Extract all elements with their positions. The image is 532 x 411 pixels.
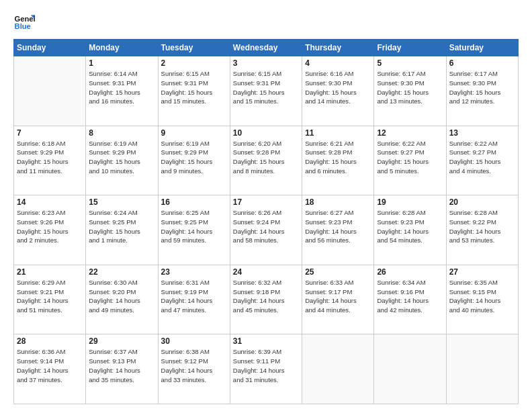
- day-number: 19: [377, 197, 443, 207]
- day-info: Sunrise: 6:17 AMSunset: 9:30 PMDaylight:…: [377, 69, 443, 106]
- day-number: 31: [233, 336, 299, 346]
- day-info: Sunrise: 6:19 AMSunset: 9:29 PMDaylight:…: [161, 139, 227, 176]
- calendar-cell: 19Sunrise: 6:28 AMSunset: 9:23 PMDayligh…: [374, 195, 446, 265]
- day-info: Sunrise: 6:37 AMSunset: 9:13 PMDaylight:…: [89, 347, 154, 384]
- weekday-header-thursday: Thursday: [302, 40, 374, 56]
- day-number: 5: [377, 58, 443, 68]
- day-number: 25: [305, 267, 371, 277]
- calendar-cell: 3Sunrise: 6:15 AMSunset: 9:31 PMDaylight…: [230, 56, 302, 126]
- day-number: 18: [305, 197, 371, 207]
- weekday-header-sunday: Sunday: [14, 40, 86, 56]
- calendar-cell: 23Sunrise: 6:31 AMSunset: 9:19 PMDayligh…: [158, 265, 230, 334]
- day-number: 15: [89, 197, 154, 207]
- calendar-cell: 11Sunrise: 6:21 AMSunset: 9:28 PMDayligh…: [302, 126, 374, 195]
- calendar-cell: 17Sunrise: 6:26 AMSunset: 9:24 PMDayligh…: [230, 195, 302, 265]
- calendar-cell: 5Sunrise: 6:17 AMSunset: 9:30 PMDaylight…: [374, 56, 446, 126]
- page: General Blue SundayMondayTuesdayWednesda…: [0, 0, 532, 411]
- day-number: 8: [89, 128, 154, 138]
- day-info: Sunrise: 6:30 AMSunset: 9:20 PMDaylight:…: [89, 278, 154, 315]
- calendar-cell: 14Sunrise: 6:23 AMSunset: 9:26 PMDayligh…: [14, 195, 86, 265]
- day-info: Sunrise: 6:22 AMSunset: 9:27 PMDaylight:…: [449, 139, 515, 176]
- calendar-cell: 12Sunrise: 6:22 AMSunset: 9:27 PMDayligh…: [374, 126, 446, 195]
- day-info: Sunrise: 6:24 AMSunset: 9:25 PMDaylight:…: [89, 208, 154, 245]
- calendar-cell: 25Sunrise: 6:33 AMSunset: 9:17 PMDayligh…: [302, 265, 374, 334]
- calendar-week-3: 21Sunrise: 6:29 AMSunset: 9:21 PMDayligh…: [14, 265, 519, 334]
- day-number: 24: [233, 267, 299, 277]
- calendar-cell: 30Sunrise: 6:38 AMSunset: 9:12 PMDayligh…: [158, 334, 230, 404]
- calendar-cell: 2Sunrise: 6:15 AMSunset: 9:31 PMDaylight…: [158, 56, 230, 126]
- calendar-cell: 4Sunrise: 6:16 AMSunset: 9:30 PMDaylight…: [302, 56, 374, 126]
- day-number: 12: [377, 128, 443, 138]
- day-number: 3: [233, 58, 299, 68]
- day-info: Sunrise: 6:23 AMSunset: 9:26 PMDaylight:…: [17, 208, 83, 245]
- weekday-header-saturday: Saturday: [446, 40, 518, 56]
- day-number: 7: [17, 128, 83, 138]
- day-info: Sunrise: 6:15 AMSunset: 9:31 PMDaylight:…: [161, 69, 227, 106]
- calendar-cell: [446, 334, 518, 404]
- calendar-week-2: 14Sunrise: 6:23 AMSunset: 9:26 PMDayligh…: [14, 195, 519, 265]
- weekday-header-friday: Friday: [374, 40, 446, 56]
- day-info: Sunrise: 6:15 AMSunset: 9:31 PMDaylight:…: [233, 69, 299, 106]
- calendar-cell: 20Sunrise: 6:28 AMSunset: 9:22 PMDayligh…: [446, 195, 518, 265]
- day-number: 30: [161, 336, 227, 346]
- calendar-cell: 29Sunrise: 6:37 AMSunset: 9:13 PMDayligh…: [86, 334, 158, 404]
- day-info: Sunrise: 6:20 AMSunset: 9:28 PMDaylight:…: [233, 139, 299, 176]
- day-info: Sunrise: 6:33 AMSunset: 9:17 PMDaylight:…: [305, 278, 371, 315]
- day-info: Sunrise: 6:22 AMSunset: 9:27 PMDaylight:…: [377, 139, 443, 176]
- day-info: Sunrise: 6:27 AMSunset: 9:23 PMDaylight:…: [305, 208, 371, 245]
- weekday-header-monday: Monday: [86, 40, 158, 56]
- day-info: Sunrise: 6:28 AMSunset: 9:23 PMDaylight:…: [377, 208, 443, 245]
- day-info: Sunrise: 6:18 AMSunset: 9:29 PMDaylight:…: [17, 139, 83, 176]
- calendar-cell: 22Sunrise: 6:30 AMSunset: 9:20 PMDayligh…: [86, 265, 158, 334]
- calendar-cell: 21Sunrise: 6:29 AMSunset: 9:21 PMDayligh…: [14, 265, 86, 334]
- day-info: Sunrise: 6:14 AMSunset: 9:31 PMDaylight:…: [89, 69, 154, 106]
- day-number: 4: [305, 58, 371, 68]
- calendar-cell: 8Sunrise: 6:19 AMSunset: 9:29 PMDaylight…: [86, 126, 158, 195]
- day-number: 1: [89, 58, 154, 68]
- calendar-cell: 1Sunrise: 6:14 AMSunset: 9:31 PMDaylight…: [86, 56, 158, 126]
- day-number: 17: [233, 197, 299, 207]
- logo: General Blue: [13, 11, 38, 32]
- weekday-header-tuesday: Tuesday: [158, 40, 230, 56]
- calendar-cell: 10Sunrise: 6:20 AMSunset: 9:28 PMDayligh…: [230, 126, 302, 195]
- calendar-week-1: 7Sunrise: 6:18 AMSunset: 9:29 PMDaylight…: [14, 126, 519, 195]
- svg-text:Blue: Blue: [15, 22, 31, 30]
- day-info: Sunrise: 6:31 AMSunset: 9:19 PMDaylight:…: [161, 278, 227, 315]
- calendar-cell: 27Sunrise: 6:35 AMSunset: 9:15 PMDayligh…: [446, 265, 518, 334]
- weekday-header-row: SundayMondayTuesdayWednesdayThursdayFrid…: [14, 40, 519, 56]
- calendar-table: SundayMondayTuesdayWednesdayThursdayFrid…: [13, 39, 519, 404]
- day-number: 6: [449, 58, 515, 68]
- calendar-week-4: 28Sunrise: 6:36 AMSunset: 9:14 PMDayligh…: [14, 334, 519, 404]
- calendar-week-0: 1Sunrise: 6:14 AMSunset: 9:31 PMDaylight…: [14, 56, 519, 126]
- calendar-cell: 16Sunrise: 6:25 AMSunset: 9:25 PMDayligh…: [158, 195, 230, 265]
- day-info: Sunrise: 6:38 AMSunset: 9:12 PMDaylight:…: [161, 347, 227, 384]
- calendar-cell: 13Sunrise: 6:22 AMSunset: 9:27 PMDayligh…: [446, 126, 518, 195]
- weekday-header-wednesday: Wednesday: [230, 40, 302, 56]
- calendar-header: SundayMondayTuesdayWednesdayThursdayFrid…: [14, 40, 519, 56]
- day-number: 27: [449, 267, 515, 277]
- day-number: 23: [161, 267, 227, 277]
- logo-icon: General Blue: [13, 11, 35, 32]
- calendar-cell: 7Sunrise: 6:18 AMSunset: 9:29 PMDaylight…: [14, 126, 86, 195]
- day-info: Sunrise: 6:17 AMSunset: 9:30 PMDaylight:…: [449, 69, 515, 106]
- day-info: Sunrise: 6:32 AMSunset: 9:18 PMDaylight:…: [233, 278, 299, 315]
- day-number: 22: [89, 267, 154, 277]
- day-info: Sunrise: 6:39 AMSunset: 9:11 PMDaylight:…: [233, 347, 299, 384]
- calendar-cell: 18Sunrise: 6:27 AMSunset: 9:23 PMDayligh…: [302, 195, 374, 265]
- day-info: Sunrise: 6:25 AMSunset: 9:25 PMDaylight:…: [161, 208, 227, 245]
- calendar-cell: [374, 334, 446, 404]
- calendar-cell: [302, 334, 374, 404]
- header: General Blue: [13, 11, 519, 32]
- day-number: 20: [449, 197, 515, 207]
- day-number: 14: [17, 197, 83, 207]
- day-number: 29: [89, 336, 154, 346]
- day-number: 9: [161, 128, 227, 138]
- day-info: Sunrise: 6:34 AMSunset: 9:16 PMDaylight:…: [377, 278, 443, 315]
- day-number: 21: [17, 267, 83, 277]
- day-number: 28: [17, 336, 83, 346]
- calendar-cell: 24Sunrise: 6:32 AMSunset: 9:18 PMDayligh…: [230, 265, 302, 334]
- day-info: Sunrise: 6:29 AMSunset: 9:21 PMDaylight:…: [17, 278, 83, 315]
- day-info: Sunrise: 6:26 AMSunset: 9:24 PMDaylight:…: [233, 208, 299, 245]
- day-number: 13: [449, 128, 515, 138]
- calendar-cell: 9Sunrise: 6:19 AMSunset: 9:29 PMDaylight…: [158, 126, 230, 195]
